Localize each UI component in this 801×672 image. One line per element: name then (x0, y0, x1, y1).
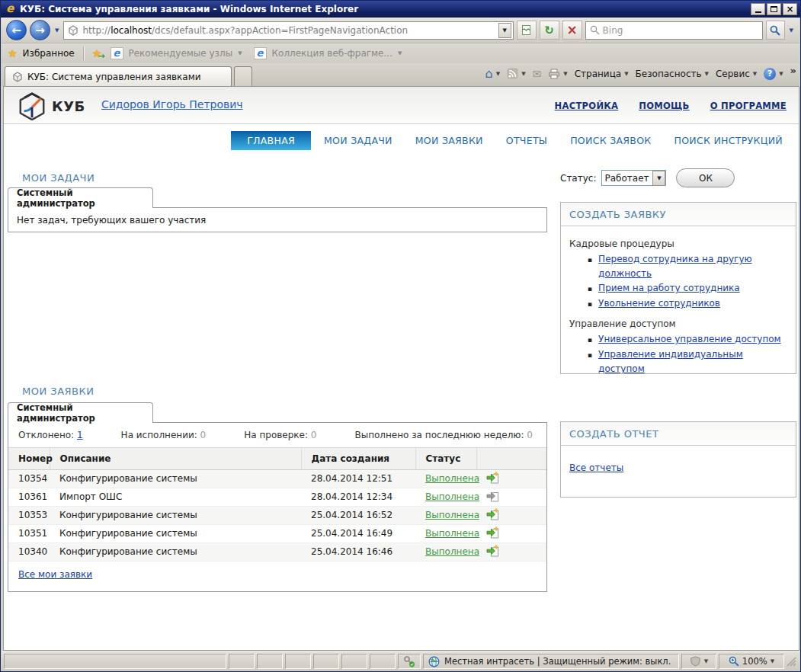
print-dropdown-icon[interactable]: ▼ (563, 71, 567, 77)
status-select[interactable]: Работает ▼ (601, 170, 666, 186)
repeat-request-button[interactable] (486, 530, 499, 541)
my-requests-role-tab[interactable]: Системный администратор (8, 402, 153, 423)
request-status-link[interactable]: Выполнена (425, 528, 479, 539)
status-select-dropdown-icon[interactable]: ▼ (652, 171, 665, 186)
my-tasks-heading: МОИ ЗАДАЧИ (22, 172, 95, 184)
table-row: 10353Конфигурирование системы25.04.2014 … (8, 506, 546, 524)
create-request-link[interactable]: Универсальное управление доступом (598, 332, 781, 347)
about-link[interactable]: О ПРОГРАММЕ (710, 101, 787, 111)
nav-tab-poisk-instrukcij[interactable]: ПОИСК ИНСТРУКЦИЙ (664, 131, 793, 150)
stat-label: На исполнении: (121, 430, 200, 440)
search-input[interactable] (603, 25, 758, 36)
status-select-value: Работает (602, 173, 652, 184)
my-tasks-role-tab[interactable]: Системный администратор (8, 187, 153, 208)
repeat-request-button[interactable] (486, 549, 499, 559)
ie-logo-icon: e (4, 3, 16, 15)
request-status-link[interactable]: Выполнена (425, 510, 479, 520)
my-tasks-empty-box: Нет задач, требующих вашего участия (8, 207, 547, 232)
stat-value[interactable]: 1 (77, 430, 83, 440)
shield-icon (690, 656, 701, 667)
request-status-link[interactable]: Выполнена (425, 491, 479, 502)
recent-pages-dropdown-icon[interactable]: ▼ (53, 27, 60, 34)
suggested-sites-icon: e (111, 47, 123, 59)
url-text: http://localhost/dcs/default.aspx?appAct… (82, 25, 494, 36)
repeat-request-button[interactable] (486, 475, 499, 486)
web-slices-button[interactable]: Коллекция веб-фрагме... (272, 48, 392, 59)
all-my-requests-link[interactable]: Все мои заявки (18, 569, 92, 580)
tab-bar: КУБ: Система управления заявками ⌂▼ ▼ ✉ … (2, 63, 799, 86)
web-slices-dropdown-icon[interactable]: ▼ (398, 50, 402, 56)
globe-icon (428, 656, 440, 667)
my-requests-box: Отклонено: 1На исполнении: 0На проверке:… (8, 422, 547, 592)
back-button[interactable]: ← (6, 20, 27, 40)
compatibility-view-button[interactable] (517, 21, 537, 40)
create-request-panel: СОЗДАТЬ ЗАЯВКУ Кадровые процедуры▪Перево… (560, 202, 796, 374)
resize-grip[interactable] (787, 657, 797, 669)
security-menu-button[interactable]: Безопасность▼ (636, 69, 709, 79)
nav-tab-poisk-zayavok[interactable]: ПОИСК ЗАЯВОК (560, 131, 661, 150)
feeds-button[interactable]: ▼ (507, 68, 525, 79)
nav-tab-otchety[interactable]: ОТЧЕТЫ (496, 131, 557, 150)
search-options-dropdown-icon[interactable]: ▼ (788, 27, 795, 34)
tools-menu-button[interactable]: Сервис▼ (716, 69, 757, 79)
request-status-link[interactable]: Выполнена (425, 546, 479, 557)
suggested-sites-dropdown-icon[interactable]: ▼ (238, 50, 242, 56)
create-request-link[interactable]: Увольнение сотрудников (598, 296, 720, 311)
stat-label: На проверке: (244, 430, 311, 440)
statusbar-pane (257, 654, 283, 669)
create-request-link[interactable]: Прием на работу сотрудника (598, 281, 740, 296)
home-dropdown-icon[interactable]: ▼ (496, 71, 500, 77)
stop-button[interactable]: × (562, 21, 582, 40)
create-request-link[interactable]: Управление индивидуальным доступом (598, 347, 787, 374)
request-status: Выполнена (415, 488, 476, 506)
settings-link[interactable]: НАСТРОЙКА (555, 101, 619, 111)
search-box[interactable] (585, 21, 763, 40)
help-link[interactable]: ПОМОЩЬ (639, 101, 689, 111)
read-mail-button[interactable]: ✉ (533, 68, 542, 80)
print-button[interactable]: ▼ (548, 69, 567, 79)
address-bar[interactable]: http://localhost/dcs/default.aspx?appAct… (63, 21, 513, 40)
repeat-request-button[interactable] (486, 494, 499, 504)
forward-button[interactable]: → (30, 20, 50, 40)
browser-tab[interactable]: КУБ: Система управления заявками (5, 66, 232, 86)
current-user-link[interactable]: Сидоров Игорь Петрович (101, 98, 243, 110)
toolbar-overflow-chevron-icon[interactable]: » (790, 65, 796, 76)
page-menu-button[interactable]: Страница▼ (575, 69, 629, 79)
statusbar-privacy-pane[interactable] (398, 654, 421, 669)
help-menu-button[interactable]: ?▼ (764, 68, 783, 80)
title-bar: e КУБ: Система управления заявками - Win… (1, 1, 800, 18)
web-slices-icon: e (254, 47, 267, 59)
address-history-dropdown[interactable]: ▼ (498, 23, 511, 38)
nav-tab-moi-zadachi[interactable]: МОИ ЗАДАЧИ (314, 131, 402, 150)
request-status-link[interactable]: Выполнена (425, 473, 479, 484)
maximize-button[interactable] (767, 3, 781, 15)
nav-tab-glavnaya[interactable]: ГЛАВНАЯ (231, 131, 311, 150)
all-reports-link[interactable]: Все отчеты (569, 462, 623, 473)
refresh-button[interactable]: ↻ (540, 21, 559, 40)
stat-value: 0 (527, 430, 533, 440)
security-zone-text: Местная интрасеть | Защищенный режим: вы… (444, 656, 671, 667)
printer-icon (548, 69, 560, 79)
column-header: Описание (50, 448, 301, 469)
status-ok-button[interactable]: ОК (676, 168, 735, 187)
request-link-item: ▪Перевод сотрудника на другую должность (588, 252, 787, 281)
feeds-dropdown-icon[interactable]: ▼ (521, 71, 525, 77)
search-go-button[interactable] (766, 21, 785, 40)
key-icon (403, 655, 415, 667)
statusbar-protected-mode-pane[interactable]: ▼ (681, 654, 716, 669)
command-bar: ⌂▼ ▼ ✉ ▼ Страница▼ Безопасность▼ Сервис▼… (485, 63, 796, 86)
minimize-button[interactable] (751, 3, 765, 15)
statusbar-zoom-control[interactable]: 100% ▼ (719, 654, 784, 669)
create-request-link[interactable]: Перевод сотрудника на другую должность (598, 252, 787, 281)
request-stat: Отклонено: 1 (18, 430, 83, 440)
request-number: 10351 (8, 524, 50, 542)
repeat-request-button[interactable] (486, 512, 499, 523)
close-button[interactable]: × (783, 3, 797, 15)
new-tab-button[interactable] (234, 66, 252, 86)
suggested-sites-button[interactable]: Рекомендуемые узлы (129, 48, 233, 59)
home-button[interactable]: ⌂▼ (485, 69, 501, 79)
add-favorite-button[interactable]: ★→ (92, 47, 105, 59)
nav-tab-moi-zayavki[interactable]: МОИ ЗАЯВКИ (405, 131, 493, 150)
statusbar-pane (285, 654, 311, 669)
favorites-button[interactable]: Избранное (23, 48, 75, 59)
